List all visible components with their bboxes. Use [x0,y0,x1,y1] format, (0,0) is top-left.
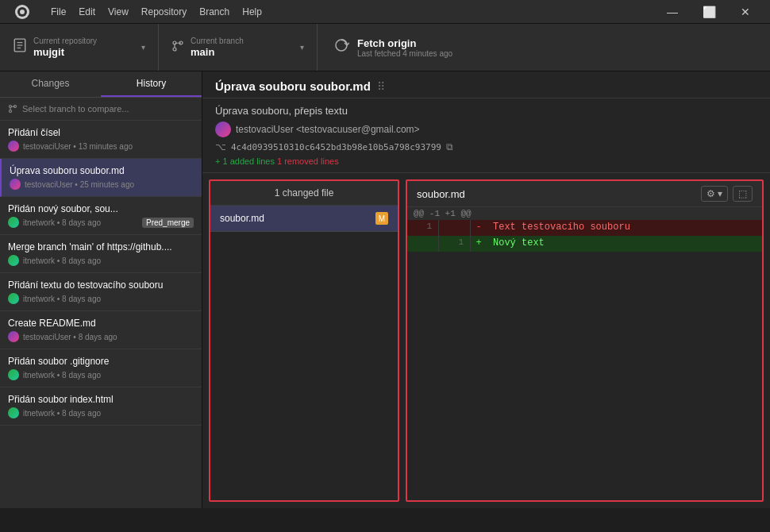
commit-title: Úprava souboru soubor.md [10,165,194,176]
file-list-item[interactable]: soubor.md M [210,206,398,232]
titlebar-menu: File Edit View Repository Branch Help [46,5,267,19]
commit-item[interactable]: Přidání textu do testovacího souboru itn… [0,273,202,311]
diff-line-removed: 1 - Text testovacího souboru [407,220,762,236]
expand-icon: ⬚ [738,188,747,199]
branch-selector[interactable]: Current branch main ▾ [159,24,318,71]
copy-icon[interactable]: ⧉ [446,141,453,152]
avatar [8,331,19,342]
author-name: testovaciUser <testovacuuser@gmail.com> [236,124,420,135]
avatar [8,369,19,380]
avatar [10,179,21,190]
commit-item[interactable]: Úprava souboru soubor.md testovaciUser •… [0,159,202,197]
commit-meta: itnetwork • 8 days ago [8,293,194,304]
window-controls: — ⬜ ✕ [654,0,764,24]
commit-author: itnetwork • 8 days ago [23,218,101,227]
minimize-button[interactable]: — [654,0,691,24]
menu-view[interactable]: View [103,5,133,19]
commit-message: Úprava souboru, přepis textu [215,105,757,117]
drag-handle-icon: ⠿ [377,80,385,93]
changed-files-header: 1 changed file [210,181,398,206]
commit-item[interactable]: Přidán nový soubor, sou... itnetwork • 8… [0,197,202,235]
diff-line-added: 1 + Nový text [407,236,762,252]
gear-icon: ⚙ [706,188,715,199]
commit-meta: itnetwork • 8 days ago [8,407,194,418]
diff-actions: ⚙▾ ⬚ [701,186,753,202]
menu-help[interactable]: Help [237,5,267,19]
commit-badge: Pred_merge [142,218,194,228]
diff-content: @@ -1 +1 @@ 1 - Text testovacího souboru… [407,207,762,500]
menu-edit[interactable]: Edit [74,5,100,19]
diff-hunk-header: @@ -1 +1 @@ [407,207,762,220]
avatar [8,407,19,418]
fetch-sublabel: Last fetched 4 minutes ago [357,49,452,58]
repo-name: mujgit [33,46,97,58]
commit-author: itnetwork • 8 days ago [23,409,101,418]
file-changed-icon: M [375,212,388,225]
commit-hash: 4c4d0939510310c6452bd3b98e10b5a798c93799 [231,142,441,152]
diff-stats: + 1 added lines 1 removed lines [215,156,757,166]
fetch-icon [333,37,349,57]
branch-compare-label: Select branch to compare... [22,104,129,114]
titlebar-left: File Edit View Repository Branch Help [6,0,267,24]
commit-meta: testovaciUser • 25 minutes ago [10,179,194,190]
branch-name: main [191,46,244,58]
commit-item[interactable]: Přidán soubor .gitignore itnetwork • 8 d… [0,349,202,387]
avatar [8,217,19,228]
branch-arrow-icon: ▾ [300,43,304,52]
changed-files-panel: 1 changed file soubor.md M [209,179,399,502]
commit-author: itnetwork • 8 days ago [23,295,101,303]
diff-line-text: Text testovacího souboru [487,220,762,236]
diff-filename: soubor.md [417,188,465,200]
diff-gear-button[interactable]: ⚙▾ [701,186,728,202]
maximize-button[interactable]: ⬜ [691,0,727,24]
diff-panel-header: soubor.md ⚙▾ ⬚ [407,181,762,207]
commit-meta: itnetwork • 8 days ago [8,255,194,266]
hash-row: ⌥ 4c4d0939510310c6452bd3b98e10b5a798c937… [215,141,757,152]
diff-line-old-num [407,236,439,252]
commit-item[interactable]: Přidán soubor index.html itnetwork • 8 d… [0,387,202,426]
commit-title: Přidán nový soubor, sou... [8,203,194,214]
menu-repository[interactable]: Repository [137,5,191,19]
repo-arrow-icon: ▾ [141,43,145,52]
sidebar: Changes History Select branch to compare… [0,71,202,508]
branch-compare-selector[interactable]: Select branch to compare... [0,98,202,121]
commit-item[interactable]: Merge branch 'main' of https://github...… [0,235,202,273]
toolbar: Current repository mujgit ▾ Current bran… [0,24,770,71]
commit-title: Merge branch 'main' of https://github...… [8,241,194,253]
commit-title: Přidán soubor index.html [8,394,194,405]
avatar [8,293,19,304]
branch-label: Current branch [191,37,244,45]
diff-panel: soubor.md ⚙▾ ⬚ @@ -1 +1 @@ 1 [406,179,764,502]
diff-line-text: Nový text [487,236,762,252]
file-name: soubor.md [220,213,264,224]
commit-item[interactable]: Create README.md testovaciUser • 8 days … [0,311,202,349]
diff-expand-button[interactable]: ⬚ [733,186,753,202]
titlebar: File Edit View Repository Branch Help — … [0,0,770,24]
svg-point-2 [20,10,25,14]
added-lines: + 1 added lines [215,156,275,166]
repo-label: Current repository [33,37,97,45]
tab-changes[interactable]: Changes [0,71,101,97]
svg-point-13 [10,110,12,113]
removed-lines: 1 removed lines [277,156,339,166]
commit-author: testovaciUser • 8 days ago [23,333,117,341]
commit-title: Přidán soubor .gitignore [8,356,194,367]
diff-line-new-num: 1 [439,236,471,252]
diff-line-new-num [439,220,471,236]
menu-file[interactable]: File [46,5,71,19]
menu-branch[interactable]: Branch [194,5,234,19]
repo-selector[interactable]: Current repository mujgit ▾ [0,24,159,71]
author-avatar [215,121,231,137]
commit-author: itnetwork • 8 days ago [23,256,101,265]
diff-line-old-num: 1 [407,220,439,236]
commit-list: Přidání čísel testovaciUser • 13 minutes… [0,121,202,508]
commit-meta: testovaciUser • 13 minutes ago [8,141,194,152]
close-button[interactable]: ✕ [727,0,764,24]
commit-author: testovaciUser • 25 minutes ago [25,180,134,189]
main-area: Changes History Select branch to compare… [0,71,770,508]
fetch-origin-button[interactable]: Fetch origin Last fetched 4 minutes ago [318,24,468,71]
hash-branch-icon: ⌥ [215,141,226,152]
tab-history[interactable]: History [101,71,202,97]
commit-item[interactable]: Přidání čísel testovaciUser • 13 minutes… [0,121,202,159]
commit-title: Create README.md [8,318,194,329]
